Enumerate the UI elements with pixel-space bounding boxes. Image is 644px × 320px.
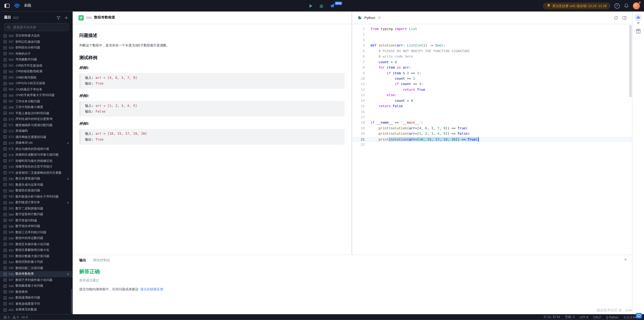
problem-list-item[interactable]: 583数列差值分析与最长子序列问题	[0, 194, 72, 200]
gift-icon[interactable]	[636, 28, 641, 36]
problem-list-item[interactable]: 577按键时间与最长持续键识别	[0, 158, 72, 164]
code-line[interactable]: 18if __name__ == '__main__':	[352, 120, 632, 126]
code-line[interactable]: 5 # PLEASE DO NOT MODIFY THE FUNCTION SI…	[352, 48, 632, 54]
problem-list-item[interactable]: 581数值生成与运算问题	[0, 182, 72, 188]
problem-list-item[interactable]: 559对称的分子	[0, 51, 72, 57]
close-icon[interactable]: ×	[624, 257, 627, 262]
code-line[interactable]: 19 print(solution(arr=[4, 6, 3, 7, 9]) =…	[352, 126, 632, 131]
cursor-position[interactable]: 行 21, 列 54	[544, 315, 560, 319]
problem-list-item[interactable]: 561小R的字符互换游戏	[0, 62, 72, 68]
problem-list-item[interactable]: 580数位长度筛选问题✓	[0, 176, 72, 182]
contest-banner[interactable]: 算法竞技赛 vol1 报名啦! 12.23 -12.28	[543, 2, 610, 9]
code-line[interactable]: 11 if count == 3:	[352, 82, 632, 87]
problem-list-item[interactable]: 593数组分数最大值计算问题	[0, 253, 72, 259]
problem-list-item[interactable]: 586数字提取和计数问题	[0, 212, 72, 218]
tab-debug-console[interactable]: 调试控制台	[93, 258, 110, 263]
code-line[interactable]: 9 if item % 2 == 1:	[352, 70, 632, 76]
problem-list-item[interactable]: 564小R与马小的宝石拾取	[0, 80, 72, 86]
problem-list-item[interactable]: 579改变相同二叉搜索树的排列方案数	[0, 170, 72, 176]
problem-list-item[interactable]: 595数组匹配二元组问题	[0, 265, 72, 271]
problem-list-item[interactable]: 566小V的字典序最大子序列问题	[0, 92, 72, 98]
problem-list-item[interactable]: 594数组切割的最小代价	[0, 259, 72, 265]
problem-list-item[interactable]: 587数字筛选与削减	[0, 218, 72, 224]
split-view-icon[interactable]	[622, 16, 627, 20]
problem-list-item[interactable]: 588数字组合求和问题	[0, 224, 72, 230]
problem-list-item[interactable]: 584数列推进计算任务✓	[0, 200, 72, 206]
problem-list-item[interactable]: 578按顺序组合的元音字符统计	[0, 164, 72, 170]
problem-list-item[interactable]: 598数组极差最小化问题	[0, 283, 72, 289]
problem-list-item[interactable]: 558密码组合分析问题	[0, 45, 72, 51]
problem-list-item[interactable]: 596数组奇数检查✓	[0, 271, 72, 277]
switch-language-icon[interactable]	[378, 16, 382, 20]
problem-list-item[interactable]: 591数组互补操作最小化问题	[0, 241, 72, 248]
ports-status[interactable]: 0	[22, 315, 28, 319]
bell-icon[interactable]	[624, 3, 629, 8]
code-line[interactable]: 4def solution(arr: List[int]) -> bool:	[352, 43, 632, 48]
feedback-link[interactable]: 请点此链接反馈	[140, 288, 163, 291]
code-line[interactable]: 16	[352, 109, 632, 114]
problem-list-item[interactable]: 590数组中的幸运数问题	[0, 235, 72, 241]
problem-list-item[interactable]: 560寻找频数对问题	[0, 57, 72, 63]
debug-button[interactable]	[319, 3, 324, 8]
sidebar-toggle-icon[interactable]	[4, 3, 10, 8]
problem-list-item[interactable]: 556宝石矩阵最大边长	[0, 33, 72, 39]
language-mode[interactable]: {} Python	[606, 315, 619, 319]
problem-list-item[interactable]: 597数组子序列操作最小化问题	[0, 277, 72, 283]
add-icon[interactable]	[64, 16, 68, 20]
editor-scrollbar[interactable]	[629, 25, 632, 97]
code-editor[interactable]: 1from typing import List234def solution(…	[352, 24, 632, 254]
ai-assistant-button[interactable]: AI	[635, 14, 642, 24]
problem-list-item[interactable]: 569平面上最短访问时间问题	[0, 110, 72, 116]
sidebar-scrollbar[interactable]	[71, 289, 72, 314]
eol-setting[interactable]: CRLF	[593, 315, 601, 319]
problem-list-item[interactable]: 562小R的锯齿数组检测	[0, 68, 72, 75]
code-line[interactable]: 17	[352, 114, 632, 120]
problem-list-item[interactable]: 600数组递增操作问题	[0, 295, 72, 301]
problem-list-item[interactable]: 592数组元素删除得分最大化	[0, 247, 72, 253]
search-input[interactable]	[12, 25, 66, 29]
code-line[interactable]: 15 return False	[352, 104, 632, 109]
tab-output[interactable]: 输出	[79, 258, 86, 263]
errors-status[interactable]: 0	[3, 315, 10, 319]
problem-list-item[interactable]: 576按规则生成数组与求最大值问题	[0, 152, 72, 158]
reset-code-icon[interactable]	[614, 16, 618, 20]
indent-setting[interactable]: 空格: 4	[565, 315, 574, 319]
problem-list-item[interactable]: 599数组查找	[0, 289, 72, 295]
code-line[interactable]: 10 count += 1	[352, 76, 632, 82]
problem-list-item[interactable]: 573循环网格元素重排问题	[0, 134, 72, 140]
filter-icon[interactable]	[56, 16, 61, 20]
problem-list-item[interactable]: 565小U的最后子串任务	[0, 86, 72, 92]
code-line[interactable]: 12 return True	[352, 87, 632, 92]
editor-language-tab[interactable]: Python	[364, 16, 375, 20]
problem-list-item[interactable]: 575按位与操作的异或和计算	[0, 146, 72, 152]
problem-list-item[interactable]: 567工作任务分配问题	[0, 98, 72, 104]
problem-list-item[interactable]: 563小M的海洋探险	[0, 74, 72, 80]
code-line[interactable]: 22	[352, 142, 632, 148]
problem-list-item[interactable]: 571建筑物跳跃与资源分配问题	[0, 122, 72, 128]
problem-list-item[interactable]: 570序列生成中的特定位置查询	[0, 116, 72, 122]
warnings-status[interactable]: 0	[12, 315, 18, 319]
help-icon[interactable]: ?	[614, 3, 620, 8]
problem-list-item[interactable]: 582数值组合筛选问题	[0, 188, 72, 194]
problem-list-item[interactable]: 601避免连续重复字符	[0, 301, 72, 307]
share-button[interactable]: Beta	[330, 3, 335, 8]
problem-list-item[interactable]: 557密码记忆修改问题	[0, 39, 72, 45]
code-line[interactable]: 2	[352, 32, 632, 38]
code-line[interactable]: 13 else:	[352, 92, 632, 98]
problem-list-item[interactable]: 574拼凑单词 chi✓	[0, 140, 72, 146]
floating-widget-button[interactable]	[636, 313, 642, 318]
encoding[interactable]: UTF-8	[580, 315, 588, 319]
code-line[interactable]: 6 # write code here	[352, 54, 632, 59]
app-logo-icon[interactable]	[14, 3, 20, 8]
code-line[interactable]: 7 count = 0	[352, 59, 632, 65]
user-avatar[interactable]	[633, 2, 640, 9]
code-line[interactable]: 21 print(solution(arr=[10, 15, 17, 19, 2…	[352, 137, 632, 142]
problem-list-item[interactable]: 589数组三元序列统计问题	[0, 230, 72, 236]
problem-list-item[interactable]: 585数字二进制拼接问题	[0, 206, 72, 212]
run-button[interactable]	[308, 3, 314, 8]
problem-list-item[interactable]: 568工作计划的最小难度	[0, 104, 72, 110]
code-line[interactable]: 8 for item in arr:	[352, 65, 632, 70]
code-line[interactable]: 20 print(solution(arr=[1, 2, 3, 4, 5]) =…	[352, 131, 632, 137]
code-line[interactable]: 14 count = 0	[352, 98, 632, 104]
code-line[interactable]: 3	[352, 38, 632, 43]
